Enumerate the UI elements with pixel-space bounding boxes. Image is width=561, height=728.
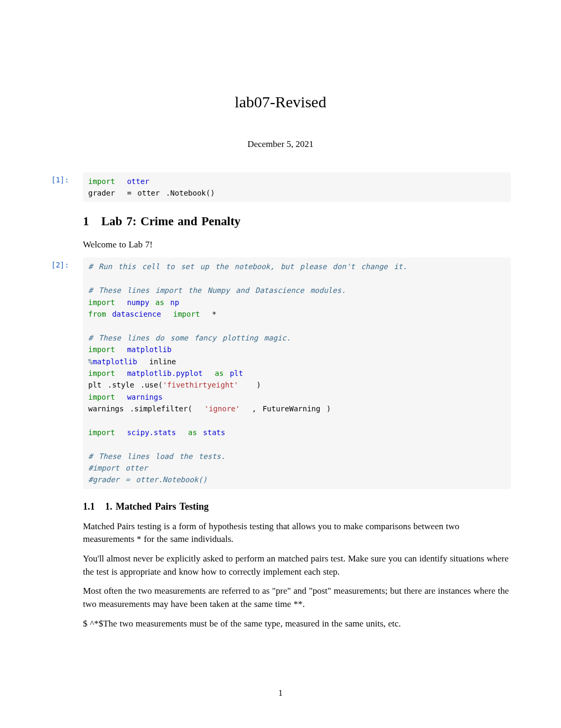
comment: #import otter [88, 464, 148, 472]
code-2: # Run this cell to set up the notebook, … [83, 257, 511, 489]
paragraph-2: You'll almost never be explicitly asked … [83, 552, 511, 578]
op: = [127, 189, 131, 197]
prompt-2: [2]: [50, 257, 83, 489]
alias: np [170, 298, 179, 307]
mod: datascience [112, 310, 161, 318]
section-num: 1 [83, 215, 89, 228]
id: grader [88, 189, 121, 197]
string: 'ignore' [204, 404, 240, 413]
alias: plt [230, 369, 243, 377]
paragraph-3: Most often the two measurements are refe… [83, 585, 511, 611]
id: Notebook() [170, 189, 214, 197]
comment: # These lines load the tests. [88, 452, 225, 460]
paragraph-1: Matched Pairs testing is a form of hypot… [83, 520, 511, 546]
welcome-text: Welcome to Lab 7! [83, 238, 511, 252]
page-number: 1 [0, 687, 561, 699]
code-1: import otter grader = otter .Notebook() [83, 172, 511, 202]
kw: as [155, 298, 164, 307]
subsection-num: 1.1 [83, 501, 95, 512]
mod: scipy.stats [127, 428, 176, 437]
mod: warnings [127, 393, 162, 401]
star: * [212, 310, 216, 318]
mod: otter [127, 177, 149, 186]
code-cell-2: [2]: # Run this cell to set up the noteb… [50, 257, 511, 489]
paragraph-4: $ ^*$The two measurements must be of the… [83, 618, 511, 631]
id: , FutureWarning ) [252, 404, 331, 413]
comment: # These lines import the Numpy and Datas… [88, 286, 346, 294]
magic-arg: inline [149, 357, 176, 366]
kw: import [88, 393, 115, 401]
kw: import [88, 369, 115, 377]
id: otter [132, 189, 160, 197]
prompt-1: [1]: [50, 172, 83, 202]
comment: # These lines do some fancy plotting mag… [88, 334, 291, 342]
id: style [112, 381, 134, 389]
id: ) [256, 381, 260, 389]
comment: #grader = otter.Notebook() [88, 475, 207, 484]
kw: import [88, 345, 115, 354]
kw: import [88, 298, 115, 307]
section-heading-2: 1.1 1. Matched Pairs Testing [83, 500, 511, 514]
kw: import [88, 177, 115, 186]
kw: from [88, 310, 106, 318]
subsection-title: 1. Matched Pairs Testing [105, 501, 209, 512]
mod: numpy [127, 298, 149, 307]
kw: import [173, 310, 200, 318]
string: 'fivethirtyeight' [163, 381, 238, 389]
section-heading-1: 1 Lab 7: Crime and Penalty [83, 213, 511, 231]
kw: as [215, 369, 224, 377]
document-title: lab07-Revised [50, 90, 511, 114]
kw: as [188, 428, 197, 437]
id: use( [145, 381, 163, 389]
id: warnings [88, 404, 124, 413]
mod: matplotlib [127, 345, 171, 354]
comment: # Run this cell to set up the notebook, … [88, 262, 407, 271]
magic-cmd: matplotlib [92, 357, 137, 366]
kw: import [88, 428, 115, 437]
section-title: Lab 7: Crime and Penalty [101, 215, 241, 228]
alias: stats [203, 428, 225, 437]
document-date: December 5, 2021 [50, 137, 511, 151]
code-cell-1: [1]: import otter grader = otter .Notebo… [50, 172, 511, 202]
mod: matplotlib.pyplot [127, 369, 202, 377]
id: plt [88, 381, 101, 389]
id: simplefilter( [134, 404, 192, 413]
